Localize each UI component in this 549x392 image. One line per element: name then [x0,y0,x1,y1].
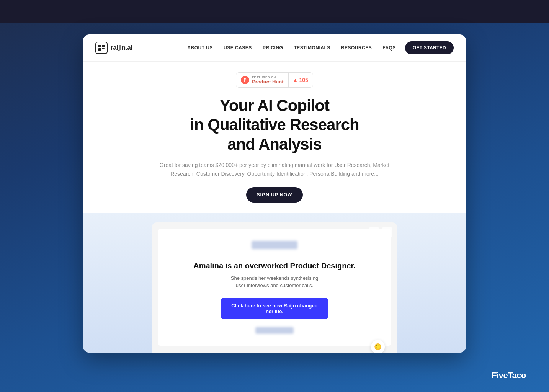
demo-persona-title: Amalina is an overworked Product Designe… [193,261,355,271]
nav-testimonials[interactable]: TESTIMONIALS [294,45,330,51]
nav-pricing[interactable]: PRICING [263,45,283,51]
sign-up-button[interactable]: SIGN UP NOW [246,187,303,203]
logo-icon [95,42,108,54]
ph-logo-icon: P [241,76,249,84]
nav-resources[interactable]: RESOURCES [341,45,372,51]
ph-count: 105 [299,77,308,83]
ph-featured-text: FEATURED ON [252,75,276,79]
navbar: raijin.ai ABOUT US USE CASES PRICING TES… [83,34,466,62]
nav-about-us[interactable]: ABOUT US [187,45,213,51]
product-hunt-badge[interactable]: P FEATURED ON Product Hunt ▲ 105 [236,72,313,88]
demo-card: Amalina is an overworked Product Designe… [152,222,397,353]
svg-rect-0 [98,45,101,47]
top-bar [0,0,549,23]
main-card: raijin.ai ABOUT US USE CASES PRICING TES… [83,34,466,353]
nav-links: ABOUT US USE CASES PRICING TESTIMONIALS … [187,45,396,51]
footer-brand: FiveTaco [492,371,526,381]
demo-area: Amalina is an overworked Product Designe… [83,213,466,353]
logo-area: raijin.ai [95,42,132,54]
demo-cta-button[interactable]: Click here to see how Raijn changed her … [221,298,328,319]
get-started-button[interactable]: GET STARTED [405,41,454,54]
demo-blur-bottom [255,327,294,334]
hero-title: Your AI Copilot in Qualitative Research … [190,96,359,154]
ph-arrow-icon: ▲ [293,77,298,83]
demo-persona-desc: She spends her weekends synthesising use… [231,274,318,289]
hero-subtitle: Great for saving teams $20,000+ per year… [152,161,397,178]
logo-text: raijin.ai [111,44,132,52]
hero-section: P FEATURED ON Product Hunt ▲ 105 Your AI… [83,62,466,213]
nav-use-cases[interactable]: USE CASES [224,45,252,51]
demo-inner-card: Amalina is an overworked Product Designe… [158,229,391,346]
emoji-button[interactable]: 🙂 [371,340,385,353]
ph-right: ▲ 105 [289,74,313,86]
ph-label: FEATURED ON Product Hunt [252,75,283,85]
ph-left: P FEATURED ON Product Hunt [236,73,288,87]
ph-name: Product Hunt [252,79,283,85]
svg-rect-3 [102,48,105,49]
demo-blur-top [252,241,297,249]
svg-rect-2 [98,48,101,51]
nav-faqs[interactable]: FAQS [382,45,396,51]
svg-rect-1 [102,45,105,47]
